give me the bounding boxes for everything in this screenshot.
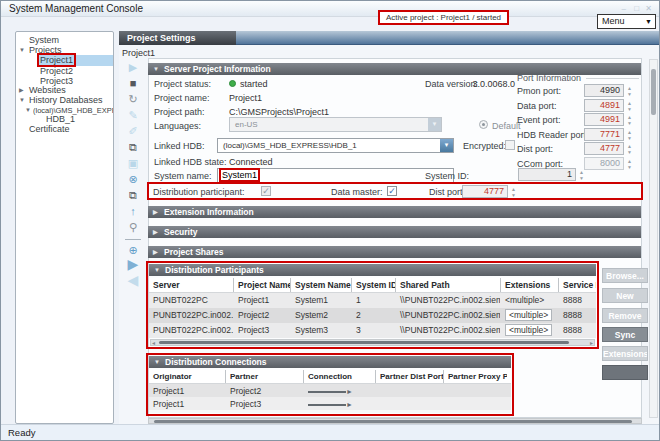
project-status-label: Project status: bbox=[154, 79, 211, 89]
expander-hdbserver-icon[interactable]: ▼ bbox=[25, 105, 31, 116]
panel-vscrollbar[interactable] bbox=[649, 59, 658, 418]
tree-item-certificate[interactable]: Certificate bbox=[29, 124, 70, 135]
spinner-arrows-icon[interactable]: ▲▼ bbox=[625, 85, 634, 97]
system-name-input[interactable]: System1 bbox=[217, 168, 454, 183]
status-green-icon bbox=[229, 80, 236, 87]
cell-partner: Project3 bbox=[225, 397, 303, 410]
col-extensions[interactable]: Extensions bbox=[500, 278, 558, 292]
col-connection[interactable]: Connection bbox=[303, 370, 375, 383]
language-dropdown[interactable]: en-US ▼ bbox=[229, 117, 442, 132]
browse-button[interactable]: Browse... bbox=[602, 268, 648, 283]
spinner-arrows-icon[interactable]: ▲▼ bbox=[625, 129, 634, 141]
dist-port-row-spinner[interactable]: 4777 bbox=[462, 185, 508, 198]
col-server[interactable]: Server bbox=[149, 278, 233, 292]
col-partner[interactable]: Partner bbox=[225, 370, 303, 383]
rename-project-icon[interactable]: ✐ bbox=[122, 125, 144, 138]
section-project-shares[interactable]: ▶ Project Shares bbox=[148, 246, 641, 258]
col-shared-path[interactable]: Shared Path bbox=[395, 278, 500, 292]
dist-port-label: Dist port: bbox=[517, 144, 553, 154]
panel-vscroll-thumb[interactable] bbox=[651, 69, 656, 115]
table-row[interactable]: Project1 Project3 ► bbox=[149, 397, 511, 410]
system-id-spinner[interactable]: 1 bbox=[518, 168, 576, 181]
chevron-down-icon: ▼ bbox=[440, 139, 453, 152]
pin-icon[interactable]: ⚲ bbox=[122, 221, 144, 234]
cell-shared-path: \\PUNBT022PC.in002.siemens.net\Project bbox=[395, 323, 500, 338]
scroll-left-icon[interactable]: ◂ bbox=[152, 340, 155, 346]
unlink-hdb-icon[interactable]: ⧉ bbox=[122, 189, 144, 202]
scroll-right-icon[interactable]: ▸ bbox=[590, 340, 593, 346]
sync-button[interactable]: Sync bbox=[602, 327, 648, 342]
distribution-participant-checkbox[interactable]: ✓ bbox=[261, 186, 271, 196]
tab-project-settings[interactable]: Project Settings bbox=[119, 31, 236, 45]
data-port-spinner[interactable]: 4891 bbox=[584, 99, 624, 112]
chevron-down-icon: ▼ bbox=[428, 118, 441, 131]
section-distribution-connections[interactable]: ▼ Distribution Connections bbox=[149, 356, 511, 368]
maximize-icon[interactable]: □ bbox=[634, 4, 640, 13]
linked-hdb-value: (local)\GMS_HDB_EXPRESS\HDB_1 bbox=[223, 141, 357, 150]
encrypted-checkbox[interactable]: ✓ bbox=[505, 140, 515, 150]
upgrade-project-icon[interactable]: ↑ bbox=[122, 205, 144, 218]
extensions-button[interactable]: Extensions bbox=[602, 346, 648, 361]
stop-project-icon[interactable]: ■ bbox=[122, 77, 144, 90]
tree-item-project1[interactable]: Project1 bbox=[37, 55, 113, 66]
new-button[interactable]: New bbox=[602, 288, 648, 303]
remove-button[interactable]: Remove bbox=[602, 308, 648, 323]
spinner-arrows-icon[interactable]: ▲▼ bbox=[625, 158, 634, 170]
section-security[interactable]: ▶ Security bbox=[148, 226, 641, 238]
col-partner-dist-port[interactable]: Partner Dist Port bbox=[375, 370, 443, 383]
pmon-port-spinner[interactable]: 4990 bbox=[584, 84, 624, 97]
cell-system: System3 bbox=[290, 323, 351, 338]
table-row[interactable]: PUNBT022PC.in002.sieme Project2 System2 … bbox=[149, 308, 596, 323]
cancel-icon[interactable]: ⊗ bbox=[122, 173, 144, 186]
participants-hscroll-thumb[interactable] bbox=[159, 341, 569, 344]
participants-header-row: Server Project Name System Name System I… bbox=[149, 278, 596, 293]
col-system-id[interactable]: System ID bbox=[351, 278, 395, 292]
ccom-port-spinner[interactable]: 8000 bbox=[584, 157, 624, 170]
start-project-icon[interactable]: ▶ bbox=[122, 61, 144, 74]
spinner-arrows-icon[interactable]: ▲▼ bbox=[625, 143, 634, 155]
project-subtitle: Project1 bbox=[122, 48, 155, 58]
edit-project-icon[interactable]: ✎ bbox=[122, 109, 144, 122]
table-row[interactable]: PUNBT022PC Project1 System1 1 \\PUNBT022… bbox=[149, 293, 596, 308]
col-project-name[interactable]: Project Name bbox=[233, 278, 290, 292]
table-row[interactable]: Project1 Project2 ► bbox=[149, 384, 511, 397]
dist-port-spinner[interactable]: 4777 bbox=[584, 142, 624, 155]
extra-button[interactable] bbox=[602, 365, 648, 380]
data-master-checkbox[interactable]: ✓ bbox=[387, 186, 397, 196]
deactivate-icon[interactable]: ◀ bbox=[122, 274, 144, 287]
col-service-port[interactable]: Service Po bbox=[558, 278, 596, 292]
spinner-arrows-icon[interactable]: ▲▼ bbox=[625, 100, 634, 112]
section-distribution-participants[interactable]: ▼ Distribution Participants bbox=[149, 264, 596, 276]
expander-projects-icon[interactable]: ▼ bbox=[19, 45, 25, 56]
spinner-arrows-icon[interactable]: ▲▼ bbox=[509, 186, 518, 198]
cell-extensions: <multiple> bbox=[500, 293, 558, 308]
close-icon[interactable]: ✕ bbox=[645, 4, 653, 13]
col-originator[interactable]: Originator bbox=[149, 370, 225, 383]
event-port-spinner[interactable]: 4991 bbox=[584, 113, 624, 126]
col-system-name[interactable]: System Name bbox=[290, 278, 351, 292]
extensions-combo[interactable]: <multiple> bbox=[505, 309, 552, 321]
link-hdb-icon[interactable]: ⧉ bbox=[122, 141, 144, 154]
minimize-icon[interactable]: – bbox=[622, 4, 627, 13]
panel-hscroll-thumb[interactable] bbox=[154, 420, 632, 423]
participants-hscrollbar[interactable]: ◂ ▸ bbox=[150, 339, 595, 346]
save-project-icon[interactable]: ▣ bbox=[122, 157, 144, 170]
table-row[interactable]: PUNBT022PC.in002.sieme Project3 System3 … bbox=[149, 323, 596, 338]
linked-hdb-dropdown[interactable]: (local)\GMS_HDB_EXPRESS\HDB_1 ▼ bbox=[217, 138, 454, 153]
activate-icon[interactable]: ▶ bbox=[122, 258, 144, 271]
spinner-arrows-icon[interactable]: ▲▼ bbox=[577, 169, 586, 181]
spinner-arrows-icon[interactable]: ▲▼ bbox=[625, 114, 634, 126]
project-path-label: Project path: bbox=[154, 107, 205, 117]
section-extension-information[interactable]: ▶ Extension Information bbox=[148, 206, 641, 218]
section-title: Distribution Connections bbox=[165, 357, 267, 367]
col-partner-proxy-port[interactable]: Partner Proxy Port bbox=[443, 370, 507, 383]
cell-server: PUNBT022PC.in002.sieme bbox=[149, 323, 233, 338]
cell-shared-path: \\PUNBT022PC.in002.siemens.net\Project bbox=[395, 293, 500, 308]
default-language-radio[interactable] bbox=[479, 120, 488, 129]
section-expand-icon: ▶ bbox=[153, 206, 158, 218]
menu-dropdown[interactable]: Menu ▼ bbox=[597, 14, 656, 29]
extensions-combo[interactable]: <multiple> bbox=[505, 324, 552, 336]
cell-server: PUNBT022PC.in002.sieme bbox=[149, 308, 233, 323]
restart-project-icon[interactable]: ↻ bbox=[122, 93, 144, 106]
hdb-reader-port-spinner[interactable]: 7771 bbox=[584, 128, 624, 141]
